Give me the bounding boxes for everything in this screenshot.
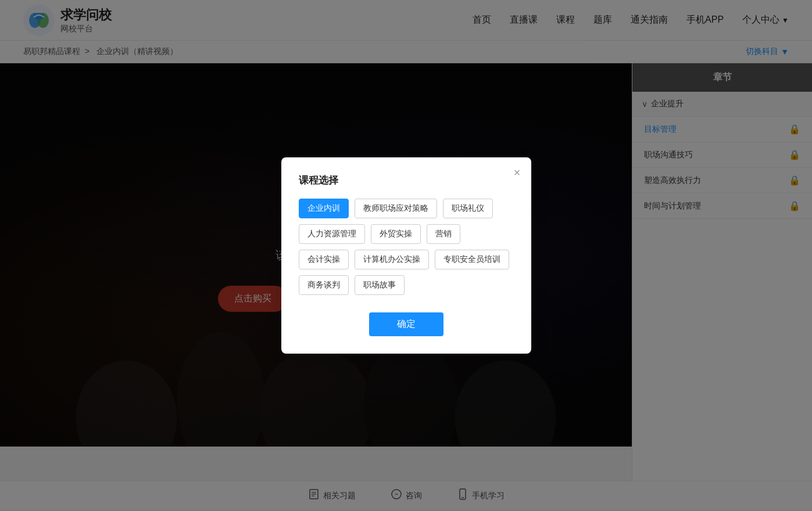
tag-item-7[interactable]: 计算机办公实操 (355, 250, 429, 269)
tag-item-1[interactable]: 教师职场应对策略 (355, 199, 437, 218)
tag-item-0[interactable]: 企业内训 (299, 199, 349, 218)
modal-box: 课程选择 × 企业内训教师职场应对策略职场礼仪人力资源管理外贸实操营销会计实操计… (281, 157, 531, 354)
modal-overlay[interactable]: 课程选择 × 企业内训教师职场应对策略职场礼仪人力资源管理外贸实操营销会计实操计… (0, 0, 812, 510)
tag-item-10[interactable]: 职场故事 (355, 275, 405, 295)
tag-item-2[interactable]: 职场礼仪 (443, 199, 493, 218)
modal-close-button[interactable]: × (514, 167, 521, 178)
modal-title: 课程选择 (299, 174, 514, 187)
tag-item-8[interactable]: 专职安全员培训 (435, 250, 509, 269)
tag-grid: 企业内训教师职场应对策略职场礼仪人力资源管理外贸实操营销会计实操计算机办公实操专… (299, 199, 514, 295)
tag-item-3[interactable]: 人力资源管理 (299, 224, 365, 244)
confirm-button[interactable]: 确定 (369, 312, 443, 336)
tag-item-9[interactable]: 商务谈判 (299, 275, 349, 295)
tag-item-6[interactable]: 会计实操 (299, 250, 349, 269)
modal-footer: 确定 (299, 312, 514, 336)
tag-item-4[interactable]: 外贸实操 (371, 224, 421, 244)
tag-item-5[interactable]: 营销 (427, 224, 460, 244)
